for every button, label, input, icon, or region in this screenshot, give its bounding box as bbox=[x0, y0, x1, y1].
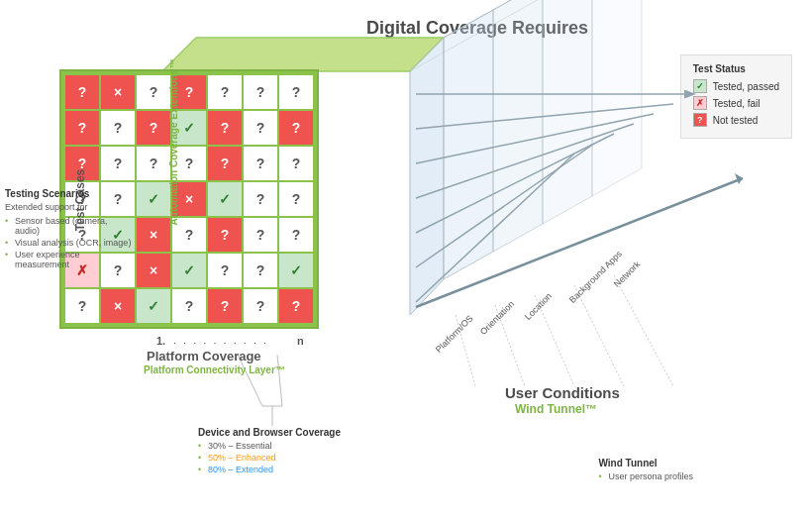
user-conditions-label: User Conditions bbox=[505, 384, 620, 401]
testing-scenarios-box: Testing Scenarios Extended support for S… bbox=[5, 188, 134, 271]
cell-0-4: ? bbox=[208, 75, 242, 109]
svg-marker-1 bbox=[410, 38, 444, 315]
wind-tunnel-bottom-item-1: User persona profiles bbox=[598, 471, 693, 481]
cell-3-5: ? bbox=[244, 182, 277, 216]
cell-0-6: ? bbox=[279, 75, 313, 109]
cell-6-4: ? bbox=[208, 289, 242, 323]
cell-4-2: × bbox=[137, 218, 170, 252]
cell-0-1: × bbox=[101, 75, 135, 109]
cell-6-1: × bbox=[101, 289, 135, 323]
page: Digital Coverage Requires Test Status ✓ … bbox=[0, 0, 812, 521]
cell-2-5: ? bbox=[244, 147, 277, 180]
num-start: 1. bbox=[156, 335, 165, 347]
legend-icon-not-tested: ? bbox=[693, 113, 707, 127]
cell-1-4: ? bbox=[208, 111, 242, 145]
legend-icon-passed: ✓ bbox=[693, 79, 707, 93]
page-title: Digital Coverage Requires bbox=[366, 18, 588, 39]
svg-marker-16 bbox=[735, 173, 743, 184]
testing-scenarios-list: Sensor based (camera, audio) Visual anal… bbox=[5, 216, 134, 269]
legend-item-passed: ✓ Tested, passed bbox=[693, 79, 779, 93]
wind-tunnel-bottom-list: User persona profiles bbox=[598, 471, 693, 481]
device-coverage-title: Device and Browser Coverage bbox=[198, 427, 341, 438]
svg-line-20 bbox=[574, 285, 624, 386]
automation-coverage-label: Automation Coverage Extentions™ bbox=[168, 53, 179, 232]
svg-line-14 bbox=[416, 154, 574, 302]
cell-5-3: ✓ bbox=[172, 254, 206, 287]
device-coverage-box: Device and Browser Coverage 30% – Essent… bbox=[198, 427, 341, 476]
cell-5-2: × bbox=[137, 254, 170, 287]
cell-2-6: ? bbox=[279, 147, 313, 180]
legend-box: Test Status ✓ Tested, passed ✗ Tested, f… bbox=[680, 54, 792, 139]
cell-5-6: ✓ bbox=[279, 254, 313, 287]
condition-label-network: Network bbox=[612, 260, 642, 289]
svg-line-12 bbox=[416, 134, 614, 233]
num-end: n bbox=[297, 335, 304, 347]
cell-3-4: ✓ bbox=[208, 182, 242, 216]
svg-marker-0 bbox=[162, 38, 444, 71]
wind-tunnel-label: Wind Tunnel™ bbox=[515, 402, 597, 416]
device-coverage-item-2: 50% – Enhanced bbox=[198, 453, 341, 463]
dots-label: · · · · · · · · · · bbox=[173, 337, 268, 349]
legend-title: Test Status bbox=[693, 63, 779, 74]
cell-2-1: ? bbox=[101, 147, 135, 180]
device-coverage-list: 30% – Essential 50% – Enhanced 80% – Ext… bbox=[198, 441, 341, 474]
cell-2-4: ? bbox=[208, 147, 242, 180]
svg-marker-2 bbox=[444, 10, 493, 279]
svg-line-13 bbox=[416, 144, 594, 267]
testing-scenario-item-3: User experience measurement bbox=[5, 250, 134, 269]
testing-scenario-item-1: Sensor based (camera, audio) bbox=[5, 216, 134, 236]
cell-4-4: ? bbox=[208, 218, 242, 252]
cell-1-2: ? bbox=[137, 111, 170, 145]
svg-line-23 bbox=[277, 355, 282, 406]
svg-line-21 bbox=[614, 275, 673, 386]
cell-1-6: ? bbox=[279, 111, 313, 145]
cell-2-2: ? bbox=[137, 147, 170, 180]
cell-5-4: ? bbox=[208, 254, 242, 287]
cell-1-0: ? bbox=[65, 111, 99, 145]
cell-3-6: ? bbox=[279, 182, 313, 216]
condition-label-orientation: Orientation bbox=[478, 299, 516, 337]
cell-0-0: ? bbox=[65, 75, 99, 109]
testing-scenarios-title: Testing Scenarios bbox=[5, 188, 134, 199]
cell-0-2: ? bbox=[137, 75, 170, 109]
svg-line-9 bbox=[416, 104, 673, 129]
svg-marker-5 bbox=[592, 0, 642, 196]
cell-6-3: ? bbox=[172, 289, 206, 323]
svg-line-10 bbox=[416, 114, 654, 163]
legend-label-not-tested: Not tested bbox=[713, 115, 759, 126]
condition-label-location: Location bbox=[523, 291, 554, 322]
cell-6-5: ? bbox=[244, 289, 277, 323]
cell-5-5: ? bbox=[244, 254, 277, 287]
cell-1-1: ? bbox=[101, 111, 135, 145]
cell-6-0: ? bbox=[65, 289, 99, 323]
svg-line-11 bbox=[416, 124, 634, 198]
legend-item-not-tested: ? Not tested bbox=[693, 113, 779, 127]
legend-label-passed: Tested, passed bbox=[713, 81, 779, 92]
legend-icon-fail: ✗ bbox=[693, 96, 707, 110]
wind-tunnel-bottom-box: Wind Tunnel User persona profiles bbox=[598, 458, 693, 481]
device-coverage-item-3: 80% – Extended bbox=[198, 465, 341, 474]
cell-4-5: ? bbox=[244, 218, 277, 252]
cell-4-6: ? bbox=[279, 218, 313, 252]
testing-scenarios-subtitle: Extended support for bbox=[5, 202, 134, 212]
condition-label-platform: Platform/OS bbox=[434, 313, 475, 355]
legend-label-fail: Tested, fail bbox=[713, 98, 761, 109]
platform-connectivity-label: Platform Connectivity Layer™ bbox=[144, 365, 285, 375]
cell-6-6: ? bbox=[279, 289, 313, 323]
cell-0-5: ? bbox=[244, 75, 277, 109]
wind-tunnel-bottom-title: Wind Tunnel bbox=[598, 458, 693, 469]
device-coverage-item-1: 30% – Essential bbox=[198, 441, 341, 451]
platform-coverage-label: Platform Coverage bbox=[147, 349, 261, 364]
legend-item-fail: ✗ Tested, fail bbox=[693, 96, 779, 110]
cell-6-2: ✓ bbox=[137, 289, 170, 323]
testing-scenario-item-2: Visual analysis (OCR, image) bbox=[5, 238, 134, 248]
cell-3-2: ✓ bbox=[137, 182, 170, 216]
cell-1-5: ? bbox=[244, 111, 277, 145]
